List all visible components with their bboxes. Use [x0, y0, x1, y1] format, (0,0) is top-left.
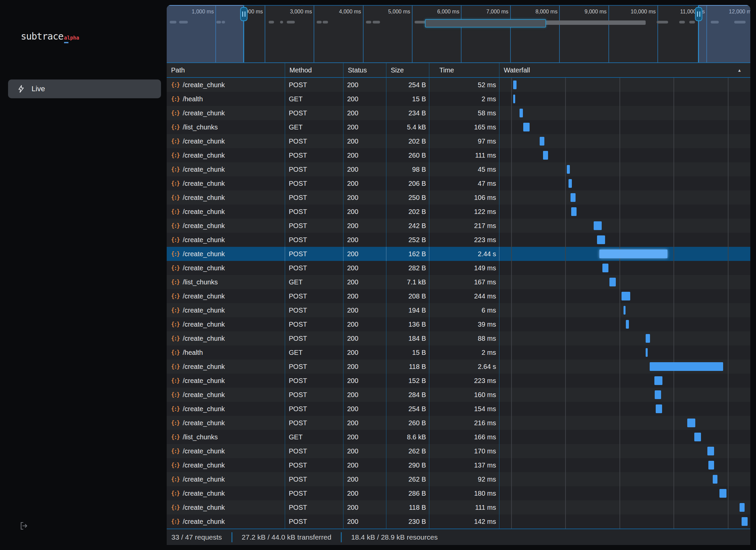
request-path-cell: {:}/health	[167, 345, 285, 360]
waterfall-bar[interactable]	[543, 151, 548, 160]
waterfall-bar[interactable]	[622, 292, 630, 300]
waterfall-bar[interactable]	[650, 362, 723, 371]
column-header-waterfall[interactable]: Waterfall ▲	[499, 63, 750, 77]
waterfall-gridline	[511, 261, 512, 275]
request-row[interactable]: {:}/create_chunkPOST200254 B154 ms	[167, 402, 750, 416]
waterfall-cell	[499, 430, 750, 444]
request-row[interactable]: {:}/healthGET20015 B2 ms	[167, 92, 750, 106]
waterfall-bar[interactable]	[646, 334, 650, 343]
request-row[interactable]: {:}/create_chunkPOST200206 B47 ms	[167, 176, 750, 190]
request-row[interactable]: {:}/create_chunkPOST20098 B45 ms	[167, 162, 750, 176]
waterfall-bar[interactable]	[626, 320, 629, 329]
waterfall-gridline	[565, 430, 566, 444]
request-method: POST	[285, 458, 343, 472]
sort-ascending-icon[interactable]: ▲	[737, 68, 742, 73]
timeline-tick-label: 10,000 ms	[609, 9, 656, 16]
request-row[interactable]: {:}/create_chunkPOST200162 B2.44 s	[167, 247, 750, 261]
waterfall-gridline	[565, 205, 566, 219]
json-braces-icon: {:}	[171, 430, 179, 444]
request-row[interactable]: {:}/create_chunkPOST200290 B137 ms	[167, 458, 750, 472]
request-time: 6 ms	[429, 303, 499, 317]
waterfall-bar[interactable]	[597, 235, 605, 244]
column-header-size[interactable]: Size	[386, 63, 429, 77]
request-path-cell: {:}/create_chunk	[167, 303, 285, 317]
waterfall-gridline	[619, 331, 620, 345]
column-header-path[interactable]: Path	[167, 63, 285, 77]
waterfall-bar[interactable]	[523, 123, 530, 131]
waterfall-gridline	[565, 360, 566, 374]
waterfall-bar[interactable]	[602, 264, 608, 272]
waterfall-bar[interactable]	[513, 80, 517, 89]
waterfall-bar[interactable]	[694, 433, 701, 441]
waterfall-bar[interactable]	[708, 461, 714, 470]
request-row[interactable]: {:}/create_chunkPOST200194 B6 ms	[167, 303, 750, 317]
column-header-status[interactable]: Status	[343, 63, 386, 77]
request-row[interactable]: {:}/create_chunkPOST200260 B111 ms	[167, 148, 750, 162]
waterfall-bar[interactable]	[713, 475, 717, 484]
request-row[interactable]: {:}/create_chunkPOST200208 B244 ms	[167, 289, 750, 303]
waterfall-bar[interactable]	[687, 419, 695, 427]
request-row[interactable]: {:}/create_chunkPOST200284 B160 ms	[167, 388, 750, 402]
waterfall-bar[interactable]	[654, 376, 662, 385]
live-button[interactable]: Live	[8, 79, 161, 98]
waterfall-bar[interactable]	[624, 306, 626, 315]
request-row[interactable]: {:}/create_chunkPOST200250 B106 ms	[167, 190, 750, 205]
waterfall-gridline	[619, 317, 620, 331]
request-row[interactable]: {:}/create_chunkPOST200118 B111 ms	[167, 500, 750, 514]
request-status: 200	[343, 247, 386, 261]
column-header-method[interactable]: Method	[285, 63, 343, 77]
brush-excluded-region-left[interactable]	[167, 5, 244, 62]
request-row[interactable]: {:}/create_chunkPOST200262 B92 ms	[167, 472, 750, 486]
waterfall-bar[interactable]	[520, 109, 523, 117]
request-row[interactable]: {:}/create_chunkPOST200118 B2.64 s	[167, 360, 750, 374]
waterfall-bar[interactable]	[655, 390, 661, 399]
request-row[interactable]: {:}/create_chunkPOST200254 B52 ms	[167, 78, 750, 92]
request-row[interactable]: {:}/create_chunkPOST200282 B149 ms	[167, 261, 750, 275]
waterfall-bar[interactable]	[567, 165, 570, 174]
waterfall-bar[interactable]	[609, 278, 616, 286]
waterfall-bar[interactable]	[513, 95, 515, 103]
waterfall-bar[interactable]	[646, 348, 648, 357]
brush-excluded-region-right[interactable]	[699, 5, 750, 62]
request-row[interactable]: {:}/create_chunkPOST200234 B58 ms	[167, 106, 750, 120]
request-row[interactable]: {:}/create_chunkPOST200252 B223 ms	[167, 233, 750, 247]
column-header-time[interactable]: Time	[429, 63, 499, 77]
waterfall-bar[interactable]	[594, 221, 602, 230]
request-row[interactable]: {:}/create_chunkPOST200262 B170 ms	[167, 444, 750, 458]
waterfall-bar[interactable]	[742, 517, 747, 526]
waterfall-gridline	[619, 500, 620, 514]
brush-handle-right[interactable]	[695, 7, 702, 21]
request-time: 167 ms	[429, 275, 499, 289]
request-row[interactable]: {:}/create_chunkPOST200230 B142 ms	[167, 514, 750, 529]
request-row[interactable]: {:}/create_chunkPOST200184 B88 ms	[167, 331, 750, 345]
waterfall-bar[interactable]	[571, 207, 577, 216]
request-row[interactable]: {:}/create_chunkPOST200286 B180 ms	[167, 486, 750, 500]
json-braces-icon: {:}	[171, 190, 179, 205]
request-row[interactable]: {:}/list_chunksGET2008.6 kB166 ms	[167, 430, 750, 444]
timeline-overview[interactable]: 1,000 ms2,000 ms3,000 ms4,000 ms5,000 ms…	[167, 5, 750, 62]
json-braces-icon: {:}	[171, 388, 179, 402]
waterfall-bar[interactable]	[571, 193, 576, 202]
request-row[interactable]: {:}/healthGET20015 B2 ms	[167, 345, 750, 360]
waterfall-bar[interactable]	[719, 489, 726, 498]
logout-icon[interactable]	[19, 521, 29, 531]
request-row[interactable]: {:}/create_chunkPOST200152 B223 ms	[167, 374, 750, 388]
waterfall-bar[interactable]	[569, 179, 572, 188]
request-row[interactable]: {:}/create_chunkPOST200136 B39 ms	[167, 317, 750, 331]
waterfall-bar[interactable]	[707, 447, 714, 455]
request-status: 200	[343, 275, 386, 289]
request-path: /create_chunk	[183, 444, 225, 458]
waterfall-bar[interactable]	[740, 503, 745, 512]
request-row[interactable]: {:}/create_chunkPOST200260 B216 ms	[167, 416, 750, 430]
brush-handle-left[interactable]	[240, 7, 248, 21]
request-row[interactable]: {:}/create_chunkPOST200242 B217 ms	[167, 219, 750, 233]
request-row[interactable]: {:}/create_chunkPOST200202 B122 ms	[167, 205, 750, 219]
request-path: /create_chunk	[183, 219, 225, 233]
request-row[interactable]: {:}/create_chunkPOST200202 B97 ms	[167, 134, 750, 148]
waterfall-gridline	[565, 388, 566, 402]
request-row[interactable]: {:}/list_chunksGET2005.4 kB165 ms	[167, 120, 750, 134]
waterfall-bar[interactable]	[540, 137, 544, 146]
waterfall-bar[interactable]	[656, 404, 662, 413]
request-row[interactable]: {:}/list_chunksGET2007.1 kB167 ms	[167, 275, 750, 289]
waterfall-bar[interactable]	[599, 250, 667, 258]
